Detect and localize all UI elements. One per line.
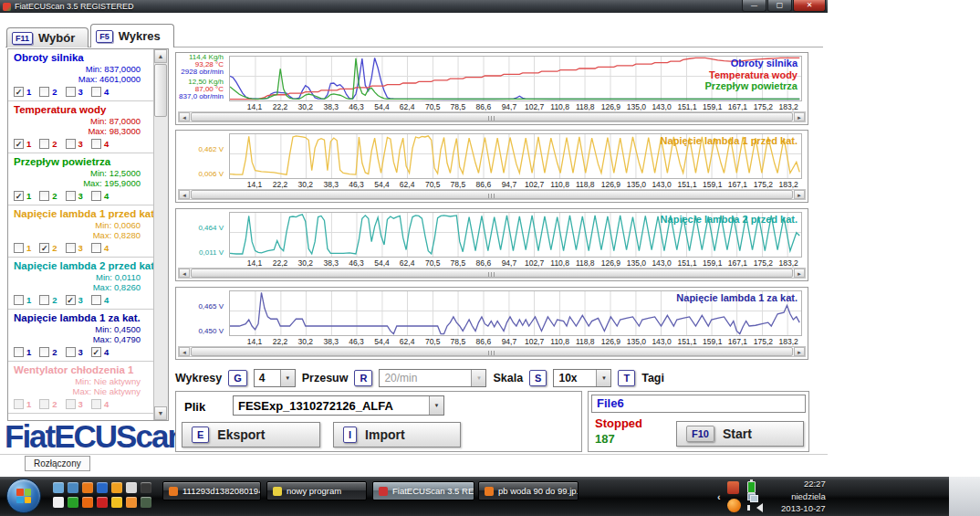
start-button[interactable]: F10 Start — [676, 421, 804, 447]
tray-expand-icon[interactable]: ‹ — [717, 491, 721, 502]
task-icon — [379, 487, 388, 496]
instant-messenger-icon[interactable] — [82, 497, 93, 508]
speaker-icon[interactable] — [756, 503, 763, 512]
clock[interactable]: 22:27 niedziela 2013-10-27 — [769, 479, 826, 513]
import-button[interactable]: I Import — [333, 422, 461, 448]
scroll-left-icon[interactable]: ◄ — [179, 269, 190, 278]
chart-scrollbar-thumb[interactable] — [191, 347, 793, 356]
skala-select[interactable]: 10x — [553, 369, 611, 387]
checkbox[interactable]: ✓ — [39, 243, 49, 253]
chart-legend: Napięcie lambda 1 za kat. — [676, 292, 798, 304]
chart-scrollbar[interactable]: ◄► — [178, 346, 806, 357]
przesuw-select[interactable]: 20/min — [379, 369, 486, 387]
checkbox[interactable] — [39, 191, 49, 201]
checkbox-label: 2 — [52, 347, 57, 357]
x-tick-label: 126,9 — [601, 102, 620, 111]
firefox-tray-icon[interactable] — [727, 499, 741, 512]
chevron-down-icon[interactable] — [471, 370, 485, 386]
c4-app-icon[interactable] — [141, 482, 151, 493]
checkbox[interactable]: ✓ — [14, 87, 24, 97]
media-player-icon[interactable] — [111, 482, 122, 493]
document-icon[interactable] — [53, 497, 64, 508]
checkbox[interactable] — [91, 191, 101, 201]
sidebar-scrollbar-thumb[interactable] — [154, 64, 167, 117]
tab-wybor[interactable]: F11 Wybór — [6, 27, 89, 47]
checkbox[interactable] — [39, 347, 49, 357]
checkbox[interactable]: ✓ — [91, 347, 101, 357]
taskbar-task-button[interactable]: pb woda 90 do 99.jp... — [478, 481, 579, 500]
minimize-button[interactable] — [742, 0, 766, 12]
eksport-button[interactable]: E Eksport — [182, 422, 320, 448]
chevron-down-icon[interactable] — [429, 396, 443, 415]
wykresy-select[interactable]: 4 — [254, 369, 296, 387]
checkbox[interactable] — [91, 295, 101, 305]
chart-scrollbar-thumb[interactable] — [191, 112, 793, 121]
chart-panel: 0,464 V0,011 VNapięcie lambda 2 przed ka… — [175, 208, 808, 281]
scroll-right-icon[interactable]: ► — [794, 347, 805, 356]
network-icon[interactable] — [747, 493, 758, 502]
chart-scrollbar[interactable]: ◄► — [178, 268, 806, 279]
scroll-right-icon[interactable]: ► — [794, 112, 805, 121]
checkbox[interactable] — [66, 243, 76, 253]
checkbox[interactable] — [14, 399, 24, 409]
scroll-right-icon[interactable]: ► — [794, 190, 805, 199]
maximize-button[interactable] — [767, 0, 792, 12]
checkbox[interactable] — [39, 399, 49, 409]
checkbox[interactable]: ✓ — [66, 295, 76, 305]
scroll-left-icon[interactable]: ◄ — [179, 347, 190, 356]
start-button-orb[interactable] — [6, 479, 41, 513]
taskbar-task-button[interactable]: 111293d1382080194... — [162, 481, 261, 500]
checkbox[interactable] — [39, 295, 49, 305]
internet-explorer-icon[interactable] — [97, 482, 108, 493]
updater-tray-icon[interactable] — [727, 481, 739, 494]
checkbox[interactable] — [66, 191, 76, 201]
switch-windows-icon[interactable] — [68, 482, 78, 493]
battery-icon[interactable] — [747, 481, 756, 493]
help-icon[interactable] — [68, 497, 78, 508]
screen: FiatECUScan 3.5 REGISTERED F11 Wybór F5 … — [0, 0, 980, 516]
tab-wykres[interactable]: F5 Wykres — [90, 24, 174, 47]
writer-icon[interactable] — [126, 482, 137, 493]
file-name-input[interactable]: File6 — [591, 395, 806, 413]
checkbox[interactable] — [66, 347, 76, 357]
mail-icon[interactable] — [126, 497, 137, 508]
checkbox[interactable] — [66, 139, 76, 149]
checkbox[interactable] — [91, 243, 101, 253]
checkbox[interactable] — [91, 139, 101, 149]
checkbox[interactable] — [39, 139, 49, 149]
checkbox[interactable] — [91, 87, 101, 97]
taskbar-task-button[interactable]: nowy program — [266, 481, 367, 500]
scroll-left-icon[interactable]: ◄ — [179, 112, 190, 121]
show-desktop-icon[interactable] — [53, 482, 64, 493]
plik-select[interactable]: FESExp_1310272126_ALFA — [233, 395, 444, 416]
x-tick-label: 14,1 — [247, 258, 263, 268]
launcher-orange-icon[interactable] — [82, 482, 93, 493]
checkbox[interactable] — [14, 295, 24, 305]
star-app-icon[interactable] — [111, 497, 122, 508]
sidebar-scrollbar[interactable] — [153, 49, 168, 420]
checkbox[interactable] — [14, 243, 24, 253]
scroll-up-icon[interactable] — [154, 49, 167, 63]
chevron-down-icon[interactable] — [280, 370, 295, 386]
checkbox[interactable] — [66, 87, 76, 97]
close-button[interactable] — [793, 0, 826, 12]
taskbar-task-button[interactable]: FiatECUScan 3.5 RE... — [372, 481, 474, 500]
checkbox[interactable] — [14, 347, 24, 357]
checkbox[interactable] — [91, 399, 101, 409]
checkbox[interactable] — [66, 399, 76, 409]
checkbox[interactable] — [39, 87, 49, 97]
chart-scrollbar-thumb[interactable] — [191, 269, 793, 278]
y-grid-label: 2928 obr/min — [176, 68, 224, 76]
chart-scrollbar-thumb[interactable] — [191, 190, 793, 199]
chevron-down-icon[interactable] — [596, 370, 610, 386]
scroll-right-icon[interactable]: ► — [794, 269, 805, 278]
chart-scrollbar[interactable]: ◄► — [178, 189, 806, 200]
opera-icon[interactable] — [97, 497, 108, 508]
x-tick-label: 151,1 — [677, 180, 696, 189]
channel-title: Temperatura wody — [14, 104, 150, 116]
image-viewer-icon[interactable] — [141, 497, 151, 508]
scroll-left-icon[interactable]: ◄ — [179, 190, 190, 199]
checkbox[interactable]: ✓ — [14, 139, 24, 149]
chart-scrollbar[interactable]: ◄► — [178, 111, 806, 122]
checkbox[interactable]: ✓ — [14, 191, 24, 201]
